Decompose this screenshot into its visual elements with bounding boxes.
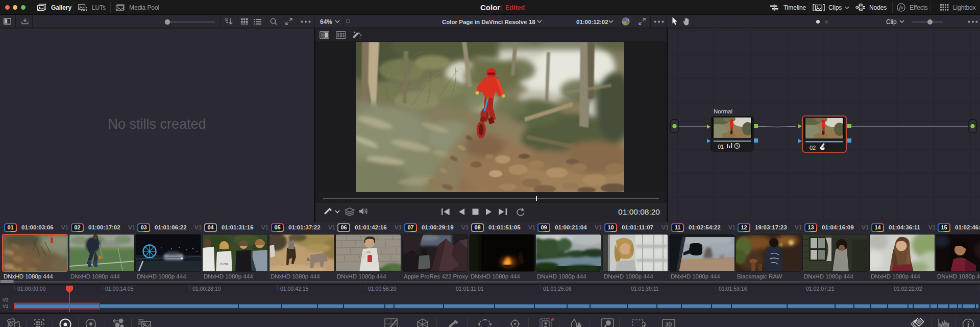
svg-text:01:00:28:10: 01:00:28:10 [192,286,221,292]
svg-text:Normal: Normal [714,108,732,114]
svg-text:01:00:00:00: 01:00:00:00 [17,286,46,292]
svg-text:01:01:39:11: 01:01:39:11 [631,286,659,292]
svg-text:fx: fx [899,5,903,10]
svg-text:02: 02 [810,145,816,151]
svg-text:V2: V2 [3,297,9,302]
svg-text:01:01:25:06: 01:01:25:06 [543,286,572,292]
svg-text:01:00:56:20: 01:00:56:20 [368,286,397,292]
svg-text:01: 01 [718,144,724,150]
svg-text:01:02:22:02: 01:02:22:02 [894,286,922,292]
svg-text:01:00:14:05: 01:00:14:05 [105,286,134,292]
svg-text:01:01:11:01: 01:01:11:01 [456,286,484,292]
svg-text:01:00:42:15: 01:00:42:15 [280,286,309,292]
svg-text:V1: V1 [3,303,9,309]
svg-text:CUTE: CUTE [220,263,228,266]
svg-text:01:01:53:16: 01:01:53:16 [719,286,747,292]
svg-text:01:02:07:21: 01:02:07:21 [806,286,835,292]
svg-text:3D: 3D [666,322,672,327]
